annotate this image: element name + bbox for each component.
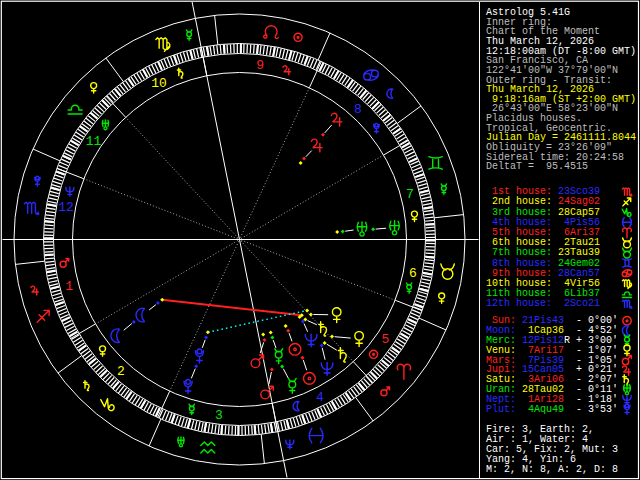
svg-text:Plut:: Plut:: [486, 404, 516, 415]
svg-text:6: 6: [409, 266, 417, 281]
svg-text:5: 5: [382, 332, 390, 347]
svg-text:R: R: [564, 335, 570, 346]
svg-text:12th house:: 12th house:: [486, 298, 552, 309]
svg-text:9: 9: [256, 58, 264, 73]
svg-text:2: 2: [117, 364, 125, 379]
svg-text:8: 8: [354, 102, 362, 117]
svg-text:3: 3: [215, 408, 223, 423]
svg-text:DeltaT = 95.4515: DeltaT = 95.4515: [486, 161, 588, 172]
svg-text:- 3°53': - 3°53': [576, 404, 618, 415]
svg-text:4: 4: [316, 390, 324, 405]
svg-text:12: 12: [58, 200, 74, 215]
svg-text:11: 11: [86, 134, 102, 149]
svg-text:2Sco21: 2Sco21: [558, 298, 600, 309]
svg-text:M: 2, N: 8, A: 2, D: 8: M: 2, N: 8, A: 2, D: 8: [486, 464, 618, 475]
svg-text:7: 7: [406, 187, 414, 202]
svg-text:10: 10: [151, 76, 167, 91]
svg-text:4Aqu49: 4Aqu49: [522, 404, 564, 415]
svg-text:1: 1: [65, 279, 73, 294]
